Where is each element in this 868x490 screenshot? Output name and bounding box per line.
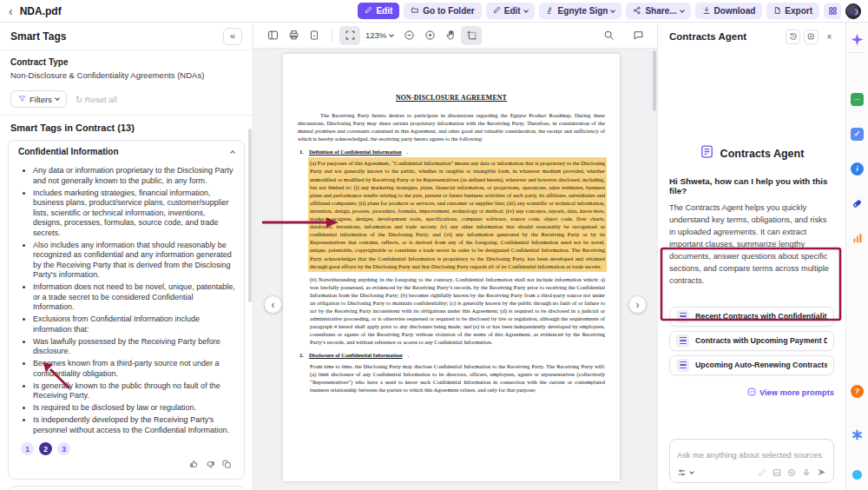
chat-input-box: [669, 439, 834, 483]
bullet-item: Also includes any information that shoul…: [33, 241, 235, 281]
highlighted-paragraph-a[interactable]: (a) For purposes of this Agreement, “Con…: [310, 159, 605, 269]
bottom-partial-icon[interactable]: [850, 467, 865, 482]
prompt-recent-contracts[interactable]: Recent Contracts with Confidentiality an…: [669, 307, 834, 327]
export-button[interactable]: Export: [766, 3, 819, 19]
share-button[interactable]: Share...: [626, 3, 690, 19]
pen-icon[interactable]: [758, 468, 766, 477]
chevron-up-icon: [230, 150, 235, 156]
bullet-item: Is independently developed by the Receiv…: [33, 415, 235, 435]
back-button[interactable]: ‹: [9, 5, 13, 17]
contract-document-icon: [700, 144, 714, 162]
analytics-chart-icon[interactable]: [850, 230, 865, 246]
document-section-1-heading: 1. Definition of Confidential Informatio…: [299, 149, 605, 155]
agent-greeting: Hi Shweta, how can I help you with this …: [669, 176, 834, 195]
add-attachment-icon[interactable]: [787, 468, 796, 477]
chevron-down-icon: [680, 8, 685, 13]
smart-tags-title: Smart Tags: [10, 30, 66, 43]
previous-page-button[interactable]: ‹: [264, 295, 282, 314]
thumbnail-panel-icon[interactable]: [262, 26, 283, 45]
bullet-item: Any data or information proprietary to t…: [33, 166, 235, 186]
bullet-item: Was lawfully possessed by the Receiving …: [33, 337, 235, 357]
file-title: NDA.pdf: [20, 5, 62, 17]
assistant-flower-icon[interactable]: [850, 427, 865, 442]
collapse-panel-button[interactable]: «: [223, 28, 242, 45]
user-avatar[interactable]: [845, 3, 861, 19]
contract-type-value: Non-Disclosure & Confidentiality Agreeme…: [10, 70, 242, 80]
app-icon-strip: ✓ i ?: [845, 23, 868, 490]
sources-filter-icon[interactable]: [677, 468, 687, 477]
info-icon[interactable]: i: [850, 161, 865, 176]
apps-icon[interactable]: [824, 3, 841, 19]
search-icon[interactable]: [598, 26, 619, 45]
prompt-auto-renewing-contracts[interactable]: Upcoming Auto-Renewing Contracts Expirin…: [669, 355, 834, 375]
pan-hand-icon[interactable]: [440, 26, 461, 45]
viewer-scrollbar[interactable]: [653, 50, 656, 111]
confidential-information-card: Confidential Information Any data or inf…: [8, 140, 245, 480]
funnel-icon: [18, 95, 26, 104]
agent-description: The Contracts Agent helps you quickly un…: [669, 202, 834, 288]
tags-icon[interactable]: [850, 195, 865, 211]
reset-all-button[interactable]: ↻ Reset all: [76, 95, 117, 104]
image-icon[interactable]: [773, 468, 781, 477]
page-2-button[interactable]: 2: [39, 442, 52, 455]
prompts-icon: [747, 387, 756, 398]
filters-button[interactable]: Filters: [10, 90, 67, 108]
pdf-canvas: NON-DISCLOSURE AGREEMENT The Receiving P…: [253, 49, 657, 490]
zoom-level-dropdown[interactable]: 123%: [365, 30, 393, 40]
document-intro-paragraph: The Receiving Party hereto desires to pa…: [298, 111, 605, 142]
prompt-upcoming-payment-due-dates[interactable]: Contracts with Upcoming Payment Due Date…: [669, 331, 834, 351]
contracts-agent-panel: Contracts Agent × Contracts Agent Hi Shw…: [657, 23, 845, 490]
fit-to-screen-icon[interactable]: [339, 26, 360, 45]
pdf-page: NON-DISCLOSURE AGREEMENT The Receiving P…: [283, 54, 620, 481]
chevron-down-icon: [55, 96, 60, 101]
ai-sparkle-icon[interactable]: [850, 31, 865, 47]
zoom-in-icon[interactable]: [419, 26, 440, 45]
copy-icon[interactable]: [222, 459, 232, 472]
comment-icon[interactable]: [628, 26, 648, 45]
history-icon[interactable]: [786, 30, 800, 44]
confidential-information-header[interactable]: Confidential Information: [9, 141, 244, 162]
close-icon[interactable]: ×: [822, 30, 837, 44]
chevron-down-icon: [611, 8, 616, 13]
accordion-confidentiality-time-period[interactable]: Confidentiality Time period: [8, 486, 245, 490]
comments-icon[interactable]: [850, 91, 865, 107]
chevron-down-icon: [689, 469, 694, 474]
tasks-clipboard-icon[interactable]: ✓: [850, 126, 865, 142]
egnyte-sign-button[interactable]: Egnyte Sign: [539, 3, 622, 19]
left-panel-scrollbar[interactable]: [248, 129, 252, 302]
document-section-2-heading: 2. Disclosure of Confidential Informatio…: [299, 352, 605, 358]
page-1-button[interactable]: 1: [21, 442, 34, 455]
edit-menu-button[interactable]: Edit: [486, 3, 535, 19]
export-file-icon: [773, 6, 781, 17]
bullet-item: Becomes known from a third-party source …: [33, 359, 235, 379]
edit-button[interactable]: Edit: [358, 3, 399, 19]
zoom-out-icon[interactable]: [398, 26, 419, 45]
page-3-button[interactable]: 3: [57, 442, 70, 455]
send-icon[interactable]: [817, 467, 826, 477]
pdf-viewer: 123% NON-DISCLOSURE AGREEMENT The Receiv…: [253, 23, 657, 490]
section-2-paragraph: From time to time, the Disclosing Party …: [310, 362, 605, 394]
download-button[interactable]: Download: [695, 3, 763, 19]
thumbs-up-icon[interactable]: [189, 459, 199, 472]
agent-badge: Contracts Agent: [669, 144, 834, 162]
view-more-prompts-link[interactable]: View more prompts: [747, 387, 834, 398]
pencil-icon: [365, 6, 372, 16]
next-page-button[interactable]: ›: [628, 295, 647, 314]
help-icon[interactable]: ?: [850, 383, 865, 399]
microphone-icon[interactable]: [802, 468, 811, 477]
bullet-item: Exclusions from Confidential Information…: [33, 315, 235, 334]
reset-icon: ↻: [76, 95, 82, 104]
thumbs-down-icon[interactable]: [206, 459, 215, 472]
download-icon: [702, 6, 711, 17]
folder-icon: [411, 6, 419, 16]
smart-tags-panel: Smart Tags « Contract Type Non-Disclosur…: [0, 23, 253, 490]
select-area-icon[interactable]: [461, 26, 482, 45]
topbar: ‹ NDA.pdf Edit Go to Folder Edit Egnyte …: [0, 0, 868, 23]
new-chat-icon[interactable]: [804, 30, 819, 44]
chat-input[interactable]: [677, 451, 826, 460]
paragraph-b: (b) Notwithstanding anything in the fore…: [310, 275, 605, 347]
page-info-icon[interactable]: [304, 26, 325, 45]
go-to-folder-button[interactable]: Go to Folder: [404, 3, 481, 19]
viewer-toolbar: 123%: [253, 23, 657, 49]
print-icon[interactable]: [283, 26, 304, 45]
